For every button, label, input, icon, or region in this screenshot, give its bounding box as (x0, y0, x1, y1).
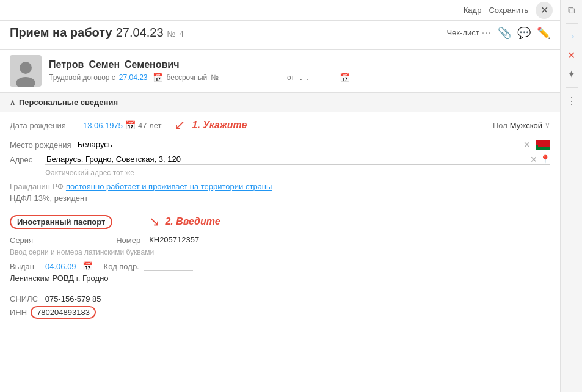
series-input[interactable] (40, 234, 101, 245)
gender-row: Пол Мужской ∨ (493, 121, 550, 130)
arrow-right-icon[interactable]: → (567, 31, 577, 42)
svg-point-0 (20, 62, 32, 74)
passport-label[interactable]: Иностранный паспорт (10, 215, 112, 229)
passport-num-input[interactable] (148, 234, 221, 245)
contract-from-label: от (287, 73, 294, 82)
snils-label: СНИЛС (10, 294, 38, 303)
code-label: Код подр. (104, 262, 139, 271)
inn-value-wrapper: 780204893183 (31, 306, 96, 319)
svg-rect-6 (536, 145, 538, 150)
ndfl-row: НДФЛ 13%, резидент (10, 194, 550, 203)
employee-row: Петров Семен Семенович Трудовой договор … (0, 50, 560, 92)
top-bar: Кадр Сохранить ✕ (0, 0, 560, 21)
close-icon: ✕ (540, 4, 548, 16)
address-field[interactable]: ✕ 📍 (45, 154, 550, 165)
inn-label: ИНН (10, 308, 27, 317)
issued-label: Выдан (10, 262, 40, 271)
birthdate-label: Дата рождения (10, 121, 83, 130)
employee-info: Петров Семен Семенович Трудовой договор … (49, 59, 550, 82)
passport-header-row: Иностранный паспорт ↙ 2. Введите (10, 214, 550, 230)
save-link[interactable]: Сохранить (489, 5, 528, 15)
calendar-icon-1[interactable]: 📅 (153, 73, 163, 82)
sparkle-icon[interactable]: ✦ (567, 68, 575, 80)
checklist-label: Чек-лист (446, 28, 479, 37)
section-title: Персональные сведения (19, 98, 118, 107)
birthplace-label: Место рождения (10, 140, 71, 150)
address-row: Адрес ✕ 📍 (10, 154, 550, 165)
citizen-link[interactable]: постоянно работает и проживает на террит… (66, 182, 272, 191)
contract-type: бессрочный (167, 73, 208, 82)
gender-chevron-icon[interactable]: ∨ (545, 121, 550, 129)
calendar-icon-2[interactable]: 📅 (340, 73, 350, 82)
gender-value[interactable]: Мужской (510, 121, 542, 130)
patronymic: Семенович (125, 59, 179, 70)
annotation1-arrow: ↙ (174, 117, 185, 133)
personal-section-header[interactable]: ∧ Персональные сведения (0, 92, 560, 112)
birthplace-field[interactable]: ✕ (76, 139, 550, 150)
address-input[interactable] (45, 154, 528, 164)
issued-org: Ленинским РОВД г. Гродно (10, 274, 550, 283)
checklist-button[interactable]: Чек-лист ··· (446, 27, 492, 38)
svg-point-1 (16, 77, 35, 87)
annotation2-text: 2. Введите (165, 216, 220, 227)
close-x-icon[interactable]: ✕ (567, 49, 575, 61)
code-input[interactable] (144, 261, 193, 271)
annotation1-text: 1. Укажите (192, 120, 247, 131)
snils-row: СНИЛС 075-156-579 85 (10, 294, 550, 303)
contract-from-date-input[interactable] (298, 73, 335, 82)
birthplace-clear-icon[interactable]: ✕ (521, 140, 533, 150)
page-title: Прием на работу (10, 26, 112, 40)
header-actions: Чек-лист ··· 📎 💬 ✏️ (446, 26, 550, 40)
copy-icon[interactable]: ⧉ (568, 5, 575, 16)
passport-num-label: Номер (116, 236, 140, 245)
gender-label: Пол (493, 121, 507, 130)
address-clear-icon[interactable]: ✕ (528, 154, 540, 164)
paperclip-icon[interactable]: 📎 (498, 26, 511, 40)
checklist-dots-icon: ··· (482, 27, 492, 38)
citizen-label: Гражданин РФ (10, 182, 64, 191)
employee-name: Петров Семен Семенович (49, 59, 550, 70)
ndfl-text: НДФЛ 13%, резидент (10, 194, 88, 203)
sidebar-divider-2 (566, 87, 578, 88)
contract-date[interactable]: 27.04.23 (119, 73, 148, 82)
flag-icon (536, 140, 550, 150)
sidebar-divider-1 (566, 23, 578, 24)
issued-row: Выдан 04.06.09 📅 Код подр. (10, 261, 550, 271)
citizen-row: Гражданин РФ постоянно работает и прожив… (10, 182, 550, 191)
form-area: Дата рождения 13.06.1975 📅 47 лет ↙ 1. У… (0, 112, 560, 392)
passport-series-num-row: Серия Номер (10, 234, 550, 245)
inn-value: 780204893183 (37, 308, 90, 317)
fact-address-note: Фактический адрес тот же (10, 169, 550, 177)
birthdate-value[interactable]: 13.06.1975 (83, 121, 123, 130)
passport-hint: Ввод серии и номера латинскими буквами (10, 248, 550, 256)
birthplace-row: Место рождения ✕ (10, 139, 550, 150)
age-value: 47 лет (138, 121, 161, 130)
avatar-silhouette (13, 60, 38, 87)
calendar-icon-3[interactable]: 📅 (125, 120, 136, 130)
first-name: Семен (89, 59, 120, 70)
contract-label: Трудовой договор с (49, 73, 115, 82)
avatar (10, 55, 42, 87)
header-num-prefix: № (167, 29, 176, 38)
birthplace-input[interactable] (76, 139, 521, 150)
issued-date[interactable]: 04.06.09 (45, 262, 76, 271)
map-pin-icon[interactable]: 📍 (540, 154, 550, 164)
more-vert-icon[interactable]: ⋮ (567, 95, 577, 107)
inn-row: ИНН 780204893183 (10, 306, 550, 319)
series-label: Серия (10, 236, 33, 245)
contract-number-input[interactable] (222, 73, 283, 82)
employee-contract: Трудовой договор с 27.04.23 📅 бессрочный… (49, 73, 550, 82)
kadr-link[interactable]: Кадр (464, 5, 482, 15)
close-button[interactable]: ✕ (536, 2, 553, 19)
right-sidebar: ⧉ → ✕ ✦ ⋮ (560, 0, 582, 392)
address-label: Адрес (10, 155, 40, 164)
snils-value: 075-156-579 85 (45, 294, 101, 303)
document-header: Прием на работу 27.04.23 № 4 Чек-лист ··… (0, 21, 560, 50)
comment-icon[interactable]: 💬 (517, 26, 531, 40)
contract-num-label: № (211, 73, 219, 82)
annotation2-arrow: ↙ (149, 214, 160, 230)
header-date: 27.04.23 (116, 26, 164, 40)
edit-icon[interactable]: ✏️ (537, 26, 550, 40)
section-chevron-icon: ∧ (10, 98, 15, 107)
calendar-icon-4[interactable]: 📅 (82, 261, 93, 271)
